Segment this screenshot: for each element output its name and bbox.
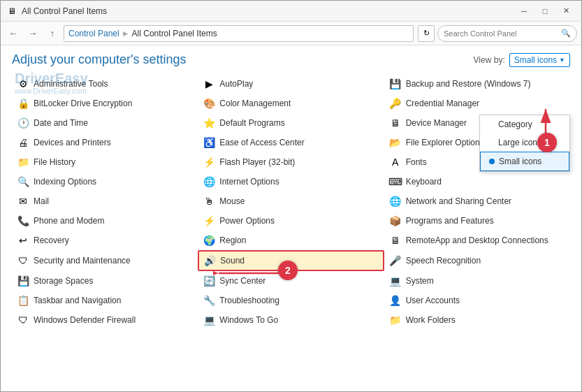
item-icon: 💻 [203, 314, 215, 326]
item-icon: 🕐 [17, 117, 29, 129]
control-item[interactable]: 💾Backup and Restore (Windows 7) [384, 74, 570, 94]
item-icon: 🌐 [203, 175, 215, 188]
item-icon: 💾 [389, 78, 402, 90]
control-item[interactable]: 🛡Windows Defender Firewall [12, 310, 198, 330]
item-label: Device Manager [406, 118, 467, 128]
control-item[interactable]: ↩Recovery [12, 231, 198, 250]
dropdown-arrow-icon: ▼ [559, 57, 565, 64]
item-label: File History [34, 157, 75, 167]
control-item[interactable]: 🔍Indexing Options [12, 172, 198, 191]
search-input[interactable] [444, 29, 558, 38]
title-bar: 🖥 All Control Panel Items ─ □ ✕ [1, 1, 581, 22]
item-icon: 🛡 [17, 254, 29, 267]
item-label: System [406, 276, 434, 286]
control-item[interactable]: 📁Work Folders [384, 310, 570, 330]
item-label: Date and Time [34, 118, 88, 128]
control-item[interactable]: 🖨Devices and Printers [12, 133, 198, 152]
control-item[interactable]: ♿Ease of Access Center [198, 133, 384, 152]
item-label: Credential Manager [406, 99, 479, 108]
control-item[interactable]: ⭐Default Programs [198, 113, 384, 133]
item-label: Phone and Modem [34, 216, 104, 226]
item-icon: 🌍 [203, 234, 215, 247]
address-bar: ← → ↑ Control Panel ► All Control Panel … [1, 22, 581, 45]
control-item[interactable]: 📞Phone and Modem [12, 211, 198, 231]
item-label: Color Management [219, 99, 291, 108]
dropdown-item-large-icons[interactable]: Large icons [480, 133, 569, 152]
control-item[interactable]: 🔒BitLocker Drive Encryption [12, 94, 198, 113]
control-item[interactable]: 🌐Internet Options [198, 172, 384, 191]
control-item[interactable]: 🔄Sync Center [198, 271, 384, 291]
control-item[interactable]: 🎨Color Management [198, 94, 384, 113]
item-label: Speech Recognition [406, 256, 481, 266]
item-label: Administrative Tools [34, 79, 108, 89]
item-label: Backup and Restore (Windows 7) [406, 79, 531, 89]
refresh-button[interactable]: ↻ [418, 25, 435, 42]
item-label: Mail [34, 196, 49, 206]
item-label: Flash Player (32-bit) [219, 157, 295, 167]
control-item[interactable]: 🌍Region [198, 231, 384, 250]
control-item[interactable]: 🛡Security and Maintenance [12, 250, 198, 271]
control-item[interactable]: 💾Storage Spaces [12, 271, 198, 291]
item-label: Sound [220, 256, 245, 266]
search-box[interactable]: 🔍 [437, 25, 577, 42]
dropdown-item-category[interactable]: Category [480, 115, 569, 133]
page-title: Adjust your computer's settings [12, 52, 187, 67]
control-item[interactable]: 💻System [384, 271, 570, 291]
item-icon: A [389, 156, 402, 168]
address-path[interactable]: Control Panel ► All Control Panel Items [64, 25, 414, 42]
item-label: Windows To Go [219, 315, 278, 325]
control-item[interactable]: 📋Taskbar and Navigation [12, 291, 198, 310]
back-button[interactable]: ← [5, 25, 22, 42]
up-button[interactable]: ↑ [44, 25, 61, 42]
view-by-label: View by: [474, 55, 505, 65]
control-item[interactable]: 🌐Network and Sharing Center [384, 191, 570, 211]
control-item[interactable]: ⌨Keyboard [384, 172, 570, 191]
main-window: 🖥 All Control Panel Items ─ □ ✕ ← → ↑ Co… [0, 0, 582, 392]
item-icon: 🖱 [203, 195, 215, 208]
items-grid: ⚙Administrative Tools▶AutoPlay💾Backup an… [12, 74, 570, 330]
control-item[interactable]: 🔑Credential Manager [384, 94, 570, 113]
control-item[interactable]: 🖥RemoteApp and Desktop Connections [384, 231, 570, 250]
control-item[interactable]: 👤User Accounts [384, 291, 570, 310]
window-icon: 🖥 [6, 6, 17, 17]
item-label: Security and Maintenance [34, 256, 131, 266]
control-item[interactable]: 🖱Mouse [198, 191, 384, 211]
view-by-container: View by: Small icons ▼ [474, 53, 570, 67]
item-label: User Accounts [406, 296, 460, 305]
dropdown-unselected-icon [488, 122, 494, 127]
control-item[interactable]: 💻Windows To Go [198, 310, 384, 330]
address-control-panel[interactable]: Control Panel [68, 29, 119, 38]
control-item[interactable]: ⚡Flash Player (32-bit) [198, 152, 384, 172]
item-icon: ⌨ [389, 175, 402, 188]
item-label: Fonts [406, 157, 427, 167]
dropdown-item-small-icons[interactable]: Small icons [480, 152, 569, 171]
item-icon: ↩ [17, 234, 29, 247]
forward-button[interactable]: → [24, 25, 41, 42]
control-item[interactable]: ⚙Administrative Tools [12, 74, 198, 94]
control-item[interactable]: 📦Programs and Features [384, 211, 570, 231]
control-item[interactable]: ▶AutoPlay [198, 74, 384, 94]
item-icon: 🎨 [203, 97, 215, 110]
control-item[interactable]: 🔊Sound [198, 250, 384, 271]
control-item[interactable]: 🔧Troubleshooting [198, 291, 384, 310]
item-icon: 🖨 [17, 136, 29, 149]
item-label: Programs and Features [406, 216, 494, 226]
item-label: Work Folders [406, 315, 456, 325]
item-icon: 🖥 [389, 117, 402, 129]
item-icon: 🎤 [389, 254, 402, 267]
item-icon: ⚡ [203, 215, 215, 227]
item-icon: 📞 [17, 215, 29, 227]
close-button[interactable]: ✕ [556, 4, 576, 18]
maximize-button[interactable]: □ [535, 4, 555, 18]
item-icon: 📦 [389, 215, 402, 227]
control-item[interactable]: ✉Mail [12, 191, 198, 211]
control-item[interactable]: 🎤Speech Recognition [384, 250, 570, 271]
minimize-button[interactable]: ─ [514, 4, 534, 18]
control-item[interactable]: ⚡Power Options [198, 211, 384, 231]
item-label: Recovery [34, 235, 69, 245]
view-dropdown[interactable]: Small icons ▼ [509, 53, 570, 67]
control-item[interactable]: 🕐Date and Time [12, 113, 198, 133]
control-item[interactable]: 📁File History [12, 152, 198, 172]
item-icon: 🔧 [203, 294, 215, 307]
item-label: Default Programs [219, 118, 284, 128]
